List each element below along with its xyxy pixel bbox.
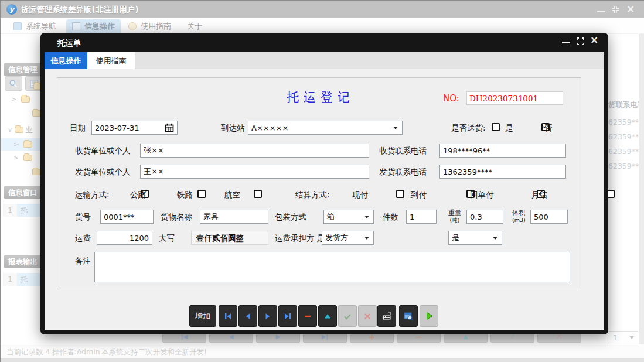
date-value: 2023-07-31 xyxy=(95,124,139,132)
dialog-minimize-button[interactable] xyxy=(562,42,570,43)
delivery-yes-checkbox[interactable] xyxy=(492,123,500,131)
packing-label: 包装方式 xyxy=(275,212,306,223)
prev-record-button[interactable] xyxy=(238,305,257,327)
minimize-icon xyxy=(597,11,605,12)
minimize-button[interactable] xyxy=(597,11,605,19)
main-window: y 货运管理系统差异版(非注册用户) × 系统导航 信息操作 使用指南 关于 xyxy=(0,0,644,362)
volume-unit: (m3) xyxy=(512,217,526,223)
dialog-tab-guide[interactable]: 使用指南 xyxy=(87,52,135,69)
chevron-down-icon xyxy=(393,127,398,129)
prev-record-icon xyxy=(243,312,253,321)
date-input[interactable]: 2023-07-31 xyxy=(91,121,178,135)
first-record-button[interactable] xyxy=(219,305,237,327)
dialog-maximize-button[interactable] xyxy=(576,37,585,46)
receiver-phone-label: 收货联系电话 xyxy=(379,146,427,156)
sender-phone-input[interactable] xyxy=(439,165,566,179)
preview-button[interactable] xyxy=(399,305,418,327)
settle-cod-label: 到付 xyxy=(411,190,427,200)
receiver-label: 收货单位或个人 xyxy=(75,146,131,156)
freight-bearer-combobox[interactable]: 发货方 xyxy=(322,231,374,245)
packing-combobox[interactable]: 箱 xyxy=(323,210,374,224)
window-search-icon xyxy=(403,311,414,322)
destination-combobox[interactable]: A××××× xyxy=(248,121,403,135)
volume-label: 体积 (m3) xyxy=(512,210,526,223)
dialog-tabstrip: 信息操作 使用指南 xyxy=(45,52,604,69)
form-title: 托运登记 xyxy=(287,89,355,105)
volume-label-text: 体积 xyxy=(512,209,525,217)
settle-cash-label: 现付 xyxy=(352,190,368,200)
receiver-input[interactable] xyxy=(140,144,369,158)
minimize-icon xyxy=(562,42,570,43)
cancel-button[interactable] xyxy=(358,305,377,327)
run-button[interactable] xyxy=(420,305,438,327)
add-button[interactable]: 增加 xyxy=(189,305,216,327)
keyboard-entry-button[interactable] xyxy=(377,305,396,327)
settle-cash-checkbox[interactable] xyxy=(396,190,404,198)
up-triangle-icon xyxy=(323,312,332,321)
maximize-icon xyxy=(576,37,585,46)
chevron-down-icon xyxy=(493,237,498,240)
delivery-no-label: 否 xyxy=(544,123,553,134)
packing-value: 箱 xyxy=(327,211,335,222)
destination-value: A××××× xyxy=(251,124,288,132)
play-icon xyxy=(424,311,434,321)
app-title: 货运管理系统差异版(非注册用户) xyxy=(21,5,138,15)
destination-label: 到达站 xyxy=(221,123,245,134)
chevron-down-icon xyxy=(364,216,369,218)
freight-input[interactable] xyxy=(97,231,152,245)
first-record-icon xyxy=(223,312,233,321)
weight-unit: (吨) xyxy=(450,217,460,223)
caps-value-box: 壹仟贰佰圆整 xyxy=(191,231,268,245)
date-label: 日期 xyxy=(70,123,86,134)
app-logo-icon: y xyxy=(6,4,17,15)
transport-rail-checkbox[interactable] xyxy=(197,190,206,198)
dialog-title: 托运单 xyxy=(57,38,81,49)
restore-button[interactable] xyxy=(611,5,620,13)
transport-air-checkbox[interactable] xyxy=(254,190,262,198)
remark-label: 备注 xyxy=(75,256,91,267)
weight-label-text: 重量 xyxy=(448,209,461,217)
cargo-name-input[interactable] xyxy=(200,210,268,224)
weight-input[interactable] xyxy=(466,210,503,224)
next-record-button[interactable] xyxy=(258,305,277,327)
weight-label: 重量 (吨) xyxy=(448,210,461,223)
calendar-icon xyxy=(165,123,174,132)
sender-input[interactable] xyxy=(140,165,369,179)
dialog-close-button[interactable]: × xyxy=(590,34,598,46)
dialog-tab-info[interactable]: 信息操作 xyxy=(45,52,87,69)
next-record-icon xyxy=(263,312,272,321)
settlement-label: 结算方式: xyxy=(295,190,330,200)
delivery-label: 是否送货: xyxy=(451,123,486,134)
transport-air-label: 航空 xyxy=(224,190,240,200)
settle-monthly-checkbox[interactable] xyxy=(606,190,615,198)
minus-icon xyxy=(303,312,312,321)
volume-input[interactable] xyxy=(530,210,568,224)
cargo-name-label: 货物名称 xyxy=(161,212,192,223)
edit-record-button[interactable] xyxy=(318,305,337,327)
last-record-button[interactable] xyxy=(278,305,297,327)
transport-label: 运输方式: xyxy=(75,190,110,200)
cargo-no-input[interactable] xyxy=(100,210,154,224)
freight-bearer-value: 发货方 xyxy=(325,233,348,243)
restore-icon xyxy=(611,5,620,14)
receiver-phone-input[interactable] xyxy=(439,144,566,158)
remark-textarea[interactable] xyxy=(94,252,570,282)
transport-rail-label: 铁路 xyxy=(177,190,193,200)
freight-bearer-label: 运费承担方 是 xyxy=(275,233,325,244)
cargo-no-label: 货号 xyxy=(75,212,91,223)
confirm-button[interactable] xyxy=(338,305,357,327)
no-label: NO: xyxy=(443,93,459,104)
caps-label: 大写 xyxy=(159,233,175,244)
extra-combobox[interactable]: 是 xyxy=(448,231,502,245)
freight-label: 运费 xyxy=(75,233,91,244)
extra-value: 是 xyxy=(452,233,459,243)
sender-phone-label: 发货联系电话 xyxy=(379,167,427,177)
settle-receipt-label: 回单付 xyxy=(470,190,494,200)
qty-input[interactable] xyxy=(406,210,437,224)
keyboard-icon xyxy=(381,311,392,322)
last-record-icon xyxy=(283,312,292,321)
close-button[interactable]: × xyxy=(626,3,635,11)
no-input[interactable] xyxy=(466,91,563,105)
consignment-dialog: 托运单 × 信息操作 使用指南 托运登记 NO: 日期 2023-07-31 xyxy=(40,33,608,334)
delete-record-button[interactable] xyxy=(298,305,317,327)
